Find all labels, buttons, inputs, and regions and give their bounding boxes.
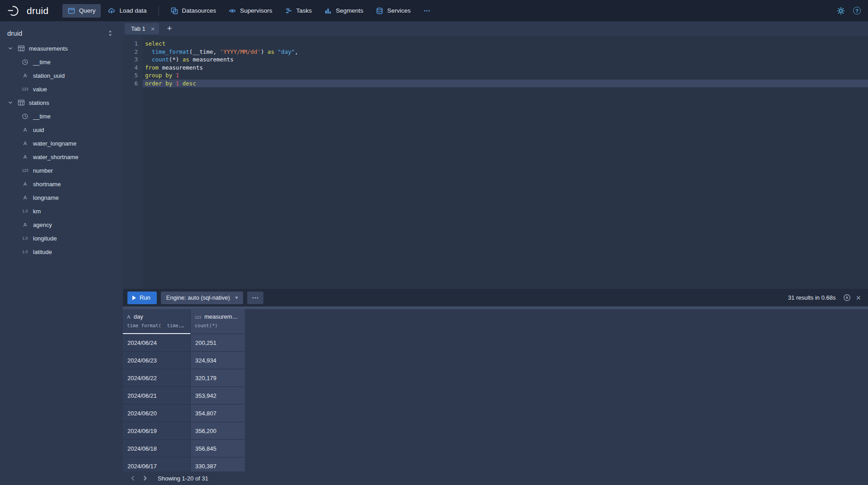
float-type-icon: 1.0: [21, 209, 29, 213]
engine-select-button[interactable]: Engine: auto (sql-native) ▾: [161, 292, 243, 304]
content-area: druid measurements: [0, 21, 868, 485]
close-results-icon[interactable]: ×: [855, 294, 862, 302]
cell-day[interactable]: 2024/06/23: [123, 352, 191, 369]
nav-supervisors[interactable]: Supervisors: [223, 4, 277, 18]
table-row: 2024/06/24 200,251: [123, 334, 868, 352]
download-icon[interactable]: [843, 294, 851, 301]
cell-day[interactable]: 2024/06/18: [123, 440, 191, 457]
run-button[interactable]: Run: [127, 292, 157, 304]
tree-column[interactable]: A agency: [0, 218, 123, 231]
tree-column[interactable]: 1.0 km: [0, 204, 123, 218]
string-type-icon: A: [21, 73, 29, 78]
nav-items: Query Load data Datasources: [62, 4, 436, 18]
table-row: 2024/06/18 356,845: [123, 440, 868, 457]
cell-measurements[interactable]: 330,387: [191, 457, 245, 471]
editor-gutter: 1 2 3 4 5 6: [123, 36, 143, 289]
prev-page-button[interactable]: [127, 473, 139, 484]
pagination-text: Showing 1-20 of 31: [158, 475, 208, 482]
editor-code[interactable]: select time_format(__time, 'YYYY/MM/dd')…: [143, 36, 868, 289]
schema-tree: measurements __time A station_uuid 123 v…: [0, 42, 123, 259]
chevron-down-icon: [8, 100, 13, 105]
number-type-icon: 123: [21, 87, 29, 91]
cell-day[interactable]: 2024/06/20: [123, 405, 191, 422]
top-navbar: druid Query Load data: [0, 0, 868, 21]
next-page-button[interactable]: [139, 473, 151, 484]
cell-day[interactable]: 2024/06/22: [123, 369, 191, 387]
column-expression: time_format(__time, …: [127, 323, 186, 328]
tree-column[interactable]: 1.0 latitude: [0, 245, 123, 259]
code-line: from measurements: [143, 64, 868, 72]
query-main: Tab 1 × + 1 2 3 4 5 6 select time_format…: [123, 21, 868, 485]
schema-header[interactable]: druid: [0, 27, 123, 42]
cell-day[interactable]: 2024/06/21: [123, 387, 191, 405]
more-icon: [423, 7, 431, 14]
schema-sidebar: druid measurements: [0, 21, 123, 485]
close-tab-icon[interactable]: ×: [151, 25, 155, 32]
tree-column[interactable]: __time: [0, 55, 123, 69]
cell-measurements[interactable]: 200,251: [191, 334, 245, 352]
tree-table-stations[interactable]: stations: [0, 96, 123, 109]
gantt-icon: [285, 7, 292, 14]
nav-tasks[interactable]: Tasks: [280, 4, 318, 18]
cell-day[interactable]: 2024/06/19: [123, 422, 191, 440]
cell-measurements[interactable]: 320,179: [191, 369, 245, 387]
tree-column[interactable]: A water_longname: [0, 137, 123, 150]
number-type-icon: 123: [195, 315, 201, 320]
sql-editor[interactable]: 1 2 3 4 5 6 select time_format(__time, '…: [123, 36, 868, 289]
query-icon: [68, 7, 75, 14]
play-icon: [132, 296, 136, 300]
column-header-day[interactable]: A day time_format(__time, …: [123, 309, 191, 334]
number-type-icon: 123: [21, 168, 29, 173]
tree-column[interactable]: A water_shortname: [0, 150, 123, 164]
nav-segments[interactable]: Segments: [319, 4, 369, 18]
tree-column[interactable]: 123 number: [0, 164, 123, 177]
nav-datasources[interactable]: Datasources: [165, 4, 222, 18]
string-type-icon: A: [21, 141, 29, 146]
table-row: 2024/06/21 353,942: [123, 387, 868, 405]
query-more-button[interactable]: [247, 292, 263, 304]
string-type-icon: A: [21, 222, 29, 227]
druid-logo[interactable]: druid: [7, 5, 49, 17]
cell-measurements[interactable]: 356,200: [191, 422, 245, 440]
code-line: select: [143, 40, 868, 48]
tab-1[interactable]: Tab 1 ×: [125, 23, 159, 34]
table-row: 2024/06/22 320,179: [123, 369, 868, 387]
double-caret-icon[interactable]: [108, 30, 113, 37]
string-type-icon: A: [21, 181, 29, 187]
float-type-icon: 1.0: [21, 250, 29, 254]
druid-console: druid Query Load data: [0, 0, 868, 485]
tree-column[interactable]: A shortname: [0, 177, 123, 191]
string-type-icon: A: [127, 314, 131, 320]
tree-column[interactable]: A uuid: [0, 123, 123, 137]
cell-day[interactable]: 2024/06/17: [123, 457, 191, 471]
string-type-icon: A: [21, 195, 29, 200]
cell-measurements[interactable]: 353,942: [191, 387, 245, 405]
tree-column[interactable]: 123 value: [0, 82, 123, 96]
cloud-upload-icon: [108, 7, 115, 14]
cell-measurements[interactable]: 356,845: [191, 440, 245, 457]
tree-column[interactable]: A station_uuid: [0, 69, 123, 82]
tree-column[interactable]: A longname: [0, 191, 123, 204]
brand-text: druid: [27, 5, 49, 16]
tree-column[interactable]: __time: [0, 109, 123, 123]
settings-gear-icon[interactable]: [837, 7, 845, 15]
clock-icon: [21, 113, 29, 120]
eye-icon: [229, 7, 236, 14]
nav-more[interactable]: [418, 4, 436, 18]
nav-query[interactable]: Query: [62, 4, 101, 18]
nav-services[interactable]: Services: [371, 4, 416, 18]
cell-day[interactable]: 2024/06/24: [123, 334, 191, 352]
tree-table-measurements[interactable]: measurements: [0, 42, 123, 55]
clock-icon: [21, 59, 29, 66]
string-type-icon: A: [21, 127, 29, 132]
tree-column[interactable]: 1.0 longitude: [0, 231, 123, 245]
table-row: 2024/06/19 356,200: [123, 422, 868, 440]
add-tab-button[interactable]: +: [163, 24, 177, 33]
column-header-measurements[interactable]: 123 measurements count(*): [191, 309, 245, 334]
help-icon[interactable]: ?: [853, 7, 861, 14]
cell-measurements[interactable]: 354,807: [191, 405, 245, 422]
nav-load-data[interactable]: Load data: [103, 4, 152, 18]
cell-measurements[interactable]: 324,934: [191, 352, 245, 369]
schema-title: druid: [7, 29, 22, 37]
table-icon: [17, 99, 25, 106]
